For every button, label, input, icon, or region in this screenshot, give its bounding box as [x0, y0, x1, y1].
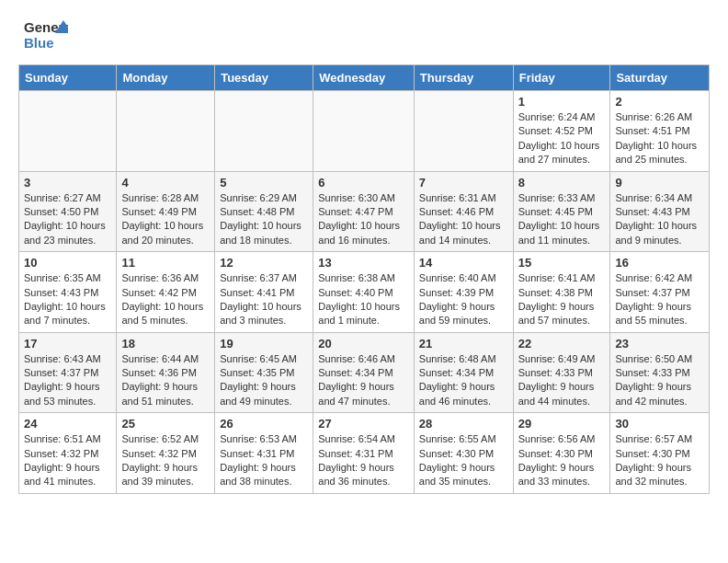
day-info: Sunrise: 6:48 AMSunset: 4:34 PMDaylight:… [419, 352, 508, 409]
day-info: Sunrise: 6:38 AMSunset: 4:40 PMDaylight:… [318, 271, 409, 328]
day-info: Sunrise: 6:44 AMSunset: 4:36 PMDaylight:… [121, 352, 210, 409]
calendar-cell: 19Sunrise: 6:45 AMSunset: 4:35 PMDayligh… [215, 332, 313, 413]
day-info: Sunrise: 6:24 AMSunset: 4:52 PMDaylight:… [518, 110, 606, 167]
calendar-cell: 13Sunrise: 6:38 AMSunset: 4:40 PMDayligh… [313, 252, 415, 333]
day-info: Sunrise: 6:36 AMSunset: 4:42 PMDaylight:… [121, 271, 210, 328]
col-saturday: Saturday [610, 65, 710, 91]
day-number: 1 [518, 95, 606, 109]
day-number: 13 [318, 256, 409, 270]
svg-text:Blue: Blue [24, 35, 54, 51]
calendar-cell: 15Sunrise: 6:41 AMSunset: 4:38 PMDayligh… [513, 252, 610, 333]
day-number: 2 [615, 95, 704, 109]
day-info: Sunrise: 6:41 AMSunset: 4:38 PMDaylight:… [518, 271, 606, 328]
day-number: 10 [24, 256, 111, 270]
day-number: 24 [24, 417, 111, 431]
calendar-cell: 1Sunrise: 6:24 AMSunset: 4:52 PMDaylight… [513, 91, 610, 172]
day-number: 5 [220, 176, 308, 190]
calendar-cell: 24Sunrise: 6:51 AMSunset: 4:32 PMDayligh… [19, 413, 117, 494]
day-number: 30 [615, 417, 704, 431]
day-number: 7 [419, 176, 508, 190]
day-number: 20 [318, 337, 409, 350]
calendar-cell: 17Sunrise: 6:43 AMSunset: 4:37 PMDayligh… [19, 332, 117, 413]
calendar-cell: 6Sunrise: 6:30 AMSunset: 4:47 PMDaylight… [313, 171, 415, 252]
day-number: 23 [615, 337, 704, 350]
calendar-header-row: Sunday Monday Tuesday Wednesday Thursday… [19, 65, 710, 91]
calendar-container: Sunday Monday Tuesday Wednesday Thursday… [0, 64, 728, 503]
day-number: 3 [24, 176, 111, 190]
col-friday: Friday [513, 65, 610, 91]
calendar-cell: 18Sunrise: 6:44 AMSunset: 4:36 PMDayligh… [117, 332, 215, 413]
day-info: Sunrise: 6:42 AMSunset: 4:37 PMDaylight:… [615, 271, 704, 328]
calendar-cell: 20Sunrise: 6:46 AMSunset: 4:34 PMDayligh… [313, 332, 415, 413]
day-info: Sunrise: 6:35 AMSunset: 4:43 PMDaylight:… [24, 271, 111, 328]
calendar-cell: 3Sunrise: 6:27 AMSunset: 4:50 PMDaylight… [19, 171, 117, 252]
day-info: Sunrise: 6:28 AMSunset: 4:49 PMDaylight:… [121, 191, 210, 248]
calendar-cell: 29Sunrise: 6:56 AMSunset: 4:30 PMDayligh… [513, 413, 610, 494]
day-number: 9 [615, 176, 704, 190]
calendar-cell: 14Sunrise: 6:40 AMSunset: 4:39 PMDayligh… [414, 252, 513, 333]
calendar-cell: 4Sunrise: 6:28 AMSunset: 4:49 PMDaylight… [117, 171, 215, 252]
day-info: Sunrise: 6:46 AMSunset: 4:34 PMDaylight:… [318, 352, 409, 409]
col-sunday: Sunday [19, 65, 117, 91]
day-info: Sunrise: 6:51 AMSunset: 4:32 PMDaylight:… [24, 432, 111, 489]
logo: General Blue [22, 17, 68, 55]
day-number: 19 [220, 337, 308, 350]
day-info: Sunrise: 6:54 AMSunset: 4:31 PMDaylight:… [318, 432, 409, 489]
day-info: Sunrise: 6:56 AMSunset: 4:30 PMDaylight:… [518, 432, 606, 489]
calendar-cell: 22Sunrise: 6:49 AMSunset: 4:33 PMDayligh… [513, 332, 610, 413]
day-info: Sunrise: 6:40 AMSunset: 4:39 PMDaylight:… [419, 271, 508, 328]
calendar-cell [117, 91, 215, 172]
day-number: 27 [318, 417, 409, 431]
col-wednesday: Wednesday [313, 65, 415, 91]
day-info: Sunrise: 6:31 AMSunset: 4:46 PMDaylight:… [419, 191, 508, 248]
calendar-week-row: 10Sunrise: 6:35 AMSunset: 4:43 PMDayligh… [19, 252, 710, 333]
day-number: 4 [121, 176, 210, 190]
day-number: 21 [419, 337, 508, 350]
calendar-cell: 21Sunrise: 6:48 AMSunset: 4:34 PMDayligh… [414, 332, 513, 413]
calendar-week-row: 1Sunrise: 6:24 AMSunset: 4:52 PMDaylight… [19, 91, 710, 172]
calendar-cell: 16Sunrise: 6:42 AMSunset: 4:37 PMDayligh… [610, 252, 710, 333]
day-info: Sunrise: 6:57 AMSunset: 4:30 PMDaylight:… [615, 432, 704, 489]
calendar-cell [19, 91, 117, 172]
calendar-cell: 5Sunrise: 6:29 AMSunset: 4:48 PMDaylight… [215, 171, 313, 252]
day-info: Sunrise: 6:26 AMSunset: 4:51 PMDaylight:… [615, 110, 704, 167]
day-number: 18 [121, 337, 210, 350]
col-tuesday: Tuesday [215, 65, 313, 91]
day-number: 6 [318, 176, 409, 190]
day-info: Sunrise: 6:33 AMSunset: 4:45 PMDaylight:… [518, 191, 606, 248]
day-info: Sunrise: 6:43 AMSunset: 4:37 PMDaylight:… [24, 352, 111, 409]
calendar-week-row: 3Sunrise: 6:27 AMSunset: 4:50 PMDaylight… [19, 171, 710, 252]
day-number: 15 [518, 256, 606, 270]
day-number: 16 [615, 256, 704, 270]
day-info: Sunrise: 6:55 AMSunset: 4:30 PMDaylight:… [419, 432, 508, 489]
day-number: 25 [121, 417, 210, 431]
calendar-cell: 30Sunrise: 6:57 AMSunset: 4:30 PMDayligh… [610, 413, 710, 494]
day-number: 22 [518, 337, 606, 350]
day-number: 8 [518, 176, 606, 190]
calendar-cell: 11Sunrise: 6:36 AMSunset: 4:42 PMDayligh… [117, 252, 215, 333]
day-info: Sunrise: 6:29 AMSunset: 4:48 PMDaylight:… [220, 191, 308, 248]
day-number: 29 [518, 417, 606, 431]
day-info: Sunrise: 6:37 AMSunset: 4:41 PMDaylight:… [220, 271, 308, 328]
logo-svg: General Blue [22, 17, 68, 55]
day-info: Sunrise: 6:49 AMSunset: 4:33 PMDaylight:… [518, 352, 606, 409]
day-number: 11 [121, 256, 210, 270]
calendar-cell: 28Sunrise: 6:55 AMSunset: 4:30 PMDayligh… [414, 413, 513, 494]
day-number: 14 [419, 256, 508, 270]
calendar-cell [414, 91, 513, 172]
day-number: 28 [419, 417, 508, 431]
calendar-cell: 2Sunrise: 6:26 AMSunset: 4:51 PMDaylight… [610, 91, 710, 172]
col-monday: Monday [117, 65, 215, 91]
calendar-week-row: 24Sunrise: 6:51 AMSunset: 4:32 PMDayligh… [19, 413, 710, 494]
day-info: Sunrise: 6:50 AMSunset: 4:33 PMDaylight:… [615, 352, 704, 409]
calendar-cell: 23Sunrise: 6:50 AMSunset: 4:33 PMDayligh… [610, 332, 710, 413]
calendar-cell: 7Sunrise: 6:31 AMSunset: 4:46 PMDaylight… [414, 171, 513, 252]
calendar-cell: 27Sunrise: 6:54 AMSunset: 4:31 PMDayligh… [313, 413, 415, 494]
day-number: 17 [24, 337, 111, 350]
page-header: General Blue [0, 0, 728, 64]
calendar-cell: 9Sunrise: 6:34 AMSunset: 4:43 PMDaylight… [610, 171, 710, 252]
day-info: Sunrise: 6:27 AMSunset: 4:50 PMDaylight:… [24, 191, 111, 248]
calendar-week-row: 17Sunrise: 6:43 AMSunset: 4:37 PMDayligh… [19, 332, 710, 413]
calendar-table: Sunday Monday Tuesday Wednesday Thursday… [18, 64, 710, 494]
calendar-cell: 12Sunrise: 6:37 AMSunset: 4:41 PMDayligh… [215, 252, 313, 333]
